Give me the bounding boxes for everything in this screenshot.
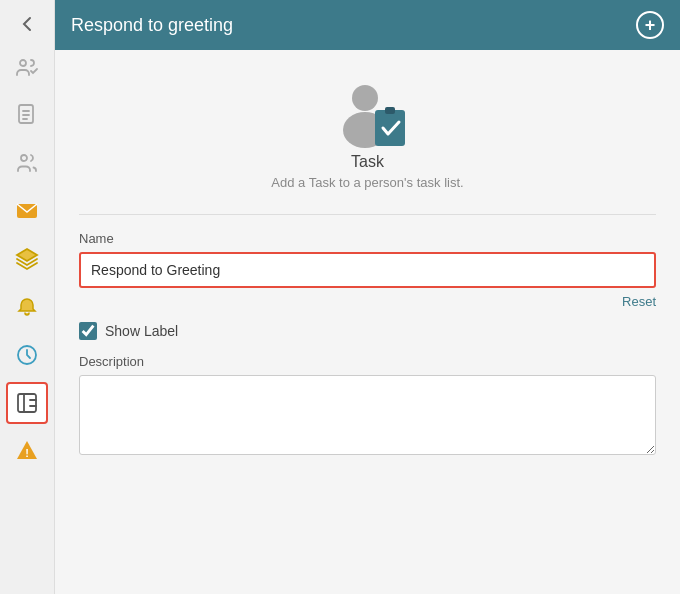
sidebar-item-users[interactable] bbox=[6, 142, 48, 184]
sidebar-collapse-button[interactable] bbox=[0, 8, 54, 40]
add-button[interactable]: + bbox=[636, 11, 664, 39]
sidebar: ! bbox=[0, 0, 55, 594]
sidebar-item-document[interactable] bbox=[6, 94, 48, 136]
svg-rect-16 bbox=[375, 110, 405, 146]
name-label: Name bbox=[79, 231, 656, 246]
main-panel: Respond to greeting + Task bbox=[55, 0, 680, 594]
svg-marker-6 bbox=[17, 249, 37, 261]
show-label-row: Show Label bbox=[79, 322, 656, 340]
task-section-title: Task bbox=[351, 153, 384, 171]
svg-point-4 bbox=[21, 155, 27, 161]
task-icon-section: Task Add a Task to a person's task list. bbox=[79, 70, 656, 210]
svg-rect-17 bbox=[385, 107, 395, 114]
sidebar-item-warning[interactable]: ! bbox=[6, 430, 48, 472]
header: Respond to greeting + bbox=[55, 0, 680, 50]
task-section-subtitle: Add a Task to a person's task list. bbox=[271, 175, 463, 190]
sidebar-item-user-check[interactable] bbox=[6, 46, 48, 88]
sidebar-item-task-panel[interactable] bbox=[6, 382, 48, 424]
header-title: Respond to greeting bbox=[71, 15, 233, 36]
sidebar-item-bell[interactable] bbox=[6, 286, 48, 328]
task-icon bbox=[333, 80, 403, 145]
show-label-label: Show Label bbox=[105, 323, 178, 339]
name-field-group: Name Reset bbox=[79, 231, 656, 310]
svg-rect-8 bbox=[18, 394, 36, 412]
svg-text:!: ! bbox=[25, 447, 29, 459]
content-area: Task Add a Task to a person's task list.… bbox=[55, 50, 680, 594]
svg-point-14 bbox=[352, 85, 378, 111]
description-label: Description bbox=[79, 354, 656, 369]
reset-link-wrapper: Reset bbox=[79, 292, 656, 310]
name-input[interactable] bbox=[79, 252, 656, 288]
reset-link[interactable]: Reset bbox=[622, 294, 656, 309]
show-label-checkbox[interactable] bbox=[79, 322, 97, 340]
svg-rect-0 bbox=[19, 105, 33, 123]
sidebar-item-layers[interactable] bbox=[6, 238, 48, 280]
description-textarea[interactable] bbox=[79, 375, 656, 455]
sidebar-item-envelope[interactable] bbox=[6, 190, 48, 232]
description-field-group: Description bbox=[79, 354, 656, 459]
section-divider bbox=[79, 214, 656, 215]
sidebar-item-clock[interactable] bbox=[6, 334, 48, 376]
